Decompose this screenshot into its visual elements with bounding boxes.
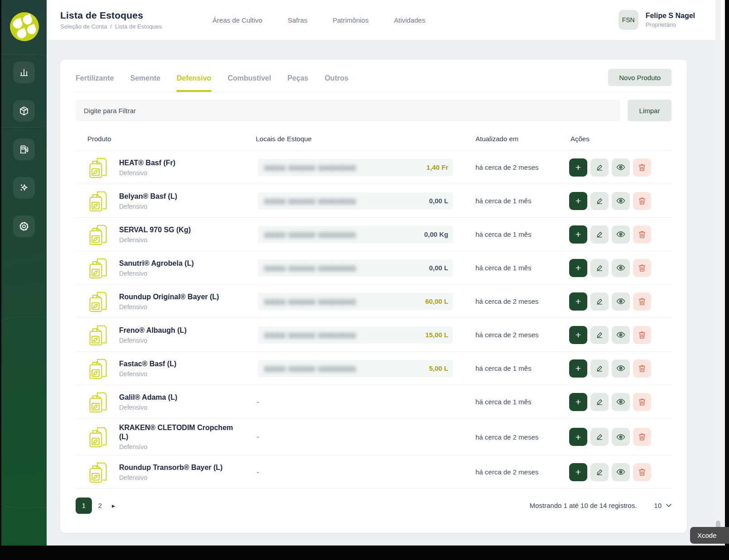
stock-quantity: 15,00 L xyxy=(425,331,448,339)
delete-button[interactable] xyxy=(633,393,651,411)
breadcrumb-item[interactable]: Seleção de Conta xyxy=(60,23,107,30)
product-icon xyxy=(88,323,109,347)
scrollbar[interactable] xyxy=(715,0,721,546)
product-icon xyxy=(88,357,109,380)
plus-icon: + xyxy=(576,432,581,442)
updated-at: há cerca de 1 mês xyxy=(454,398,550,406)
delete-button[interactable] xyxy=(633,158,651,177)
delete-button[interactable] xyxy=(633,292,651,311)
edit-button[interactable] xyxy=(590,428,609,446)
col-header-actions: Ações xyxy=(550,135,671,143)
product-category: Defensivo xyxy=(119,404,240,411)
pencil-icon xyxy=(595,264,604,272)
page-size-value: 10 xyxy=(654,502,662,509)
view-button[interactable] xyxy=(612,225,630,244)
tab-semente[interactable]: Semente xyxy=(130,69,160,92)
add-stock-button[interactable]: + xyxy=(569,192,587,210)
avatar: FSN xyxy=(619,10,638,30)
edit-button[interactable] xyxy=(590,192,609,210)
product-icon xyxy=(88,256,109,280)
view-button[interactable] xyxy=(612,428,630,446)
page-button-2[interactable]: 2 xyxy=(92,498,108,514)
delete-button[interactable] xyxy=(633,225,651,244)
page-button-1[interactable]: 1 xyxy=(76,498,92,514)
chevron-down-icon xyxy=(666,504,671,507)
edit-button[interactable] xyxy=(590,158,609,177)
sidebar-item-automations[interactable] xyxy=(13,177,35,199)
view-button[interactable] xyxy=(612,158,630,177)
pencil-icon xyxy=(595,433,604,441)
add-stock-button[interactable]: + xyxy=(569,225,587,244)
delete-button[interactable] xyxy=(633,428,651,446)
delete-button[interactable] xyxy=(633,259,651,277)
pencil-icon xyxy=(595,163,604,172)
sidebar-item-settings[interactable] xyxy=(13,215,35,237)
new-product-button[interactable]: Novo Produto xyxy=(608,69,671,86)
view-button[interactable] xyxy=(612,259,630,277)
sidebar-item-fuel[interactable] xyxy=(13,139,35,160)
add-stock-button[interactable]: + xyxy=(569,292,587,311)
table-row: KRAKEN® CLETODIM Cropchem (L) Defensivo … xyxy=(76,418,671,455)
stock-quantity: 0,00 L xyxy=(429,264,448,272)
add-stock-button[interactable]: + xyxy=(569,359,587,378)
filter-input[interactable] xyxy=(76,100,620,121)
location-masked-text: ▆▆▆▆ ▆▆▆▆▆ ▆▆▆▆▆▆▆ xyxy=(264,231,356,238)
edit-button[interactable] xyxy=(590,225,609,244)
view-button[interactable] xyxy=(612,463,630,481)
tab-fertilizante[interactable]: Fertilizante xyxy=(76,69,114,92)
tab-outros[interactable]: Outros xyxy=(325,69,348,92)
delete-button[interactable] xyxy=(633,192,651,210)
nav-atividades[interactable]: Atividades xyxy=(394,16,425,24)
view-button[interactable] xyxy=(612,292,630,311)
dock-tooltip: Xcode xyxy=(690,527,729,544)
edit-button[interactable] xyxy=(590,393,609,411)
add-stock-button[interactable]: + xyxy=(569,259,587,277)
sidebar-item-stock[interactable] xyxy=(13,100,35,122)
nav-patrimonios[interactable]: Patrimônios xyxy=(333,16,369,24)
product-category: Defensivo xyxy=(119,337,240,344)
page-size-select[interactable]: 10 xyxy=(654,502,671,509)
nav-safras[interactable]: Safras xyxy=(288,16,307,24)
tab-defensivo[interactable]: Defensivo xyxy=(177,69,211,92)
delete-button[interactable] xyxy=(633,463,651,481)
updated-at: há cerca de 2 meses xyxy=(454,163,550,171)
main-region: Lista de Estoques Seleção de Conta/Lista… xyxy=(47,0,725,546)
product-icon xyxy=(88,223,109,246)
delete-button[interactable] xyxy=(633,359,651,378)
view-button[interactable] xyxy=(612,326,630,344)
delete-button[interactable] xyxy=(633,326,651,344)
next-page-icon[interactable]: ▸ xyxy=(112,502,115,509)
sidebar-item-reports[interactable] xyxy=(13,62,35,83)
user-menu[interactable]: FSN Felipe S Nagel Proprietário xyxy=(619,10,695,30)
plus-icon: + xyxy=(576,163,581,172)
clear-filter-button[interactable]: Limpar xyxy=(628,100,671,121)
add-stock-button[interactable]: + xyxy=(569,393,587,411)
updated-at: há cerca de 1 mês xyxy=(454,230,550,238)
edit-button[interactable] xyxy=(590,292,609,311)
trash-icon xyxy=(638,468,646,476)
stock-location-pill: ▆▆▆▆ ▆▆▆▆▆ ▆▆▆▆▆▆▆ 60,00 L xyxy=(258,293,453,310)
product-icon xyxy=(88,290,109,313)
view-button[interactable] xyxy=(612,393,630,411)
edit-button[interactable] xyxy=(590,463,609,481)
add-stock-button[interactable]: + xyxy=(569,326,587,344)
add-stock-button[interactable]: + xyxy=(569,463,587,481)
nav-areas-de-cultivo[interactable]: Áreas de Cultivo xyxy=(212,16,262,24)
plus-icon: + xyxy=(576,196,581,206)
title-block: Lista de Estoques Seleção de Conta/Lista… xyxy=(60,10,162,30)
plus-icon: + xyxy=(576,467,581,477)
add-stock-button[interactable]: + xyxy=(569,158,587,177)
plus-icon: + xyxy=(576,263,581,273)
edit-button[interactable] xyxy=(590,326,609,344)
edit-button[interactable] xyxy=(590,359,609,378)
app-logo[interactable] xyxy=(10,12,39,41)
view-button[interactable] xyxy=(612,192,630,210)
edit-button[interactable] xyxy=(590,259,609,277)
tab-combustivel[interactable]: Combustível xyxy=(228,69,271,92)
user-info: Felipe S Nagel Proprietário xyxy=(646,12,695,28)
view-button[interactable] xyxy=(612,359,630,378)
col-header-locations: Locais de Estoque xyxy=(248,135,454,143)
tab-pecas[interactable]: Peças xyxy=(288,69,308,92)
table-row: HEAT® Basf (Fr) Defensivo ▆▆▆▆ ▆▆▆▆▆ ▆▆▆… xyxy=(76,150,671,184)
add-stock-button[interactable]: + xyxy=(569,428,587,446)
